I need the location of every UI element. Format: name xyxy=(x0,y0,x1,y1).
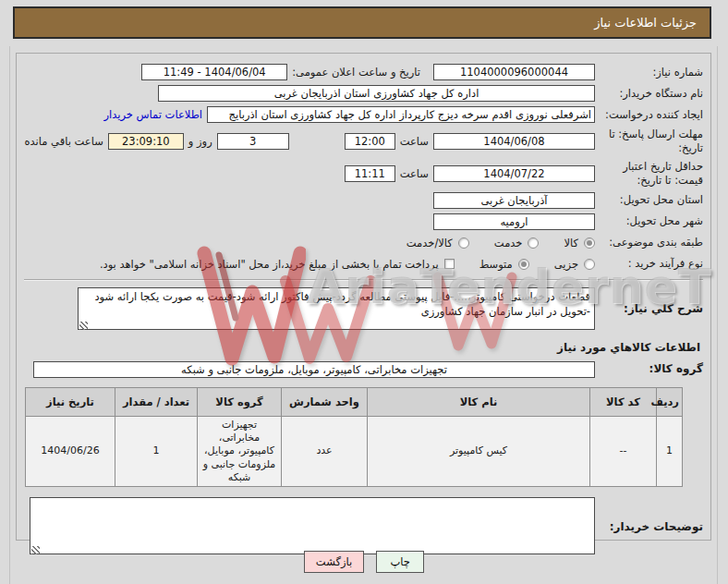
request-creator-field[interactable] xyxy=(207,106,595,123)
cell-need-date: 1404/06/26 xyxy=(26,416,115,486)
col-quantity: تعداد / مقدار xyxy=(115,387,198,416)
process-type-label: نوع فرآیند خرید : xyxy=(600,257,703,271)
price-validity-hour-label: ساعت xyxy=(400,167,429,180)
goods-group-field[interactable] xyxy=(33,361,595,378)
col-goods-group: گروه کالا xyxy=(198,387,282,416)
price-validity-date-field[interactable] xyxy=(433,165,595,182)
row-buyer-notes: توضیحات خریدار: xyxy=(24,497,703,557)
buyer-notes-textarea[interactable] xyxy=(30,497,595,554)
cell-quantity: 1 xyxy=(115,416,198,486)
row-response-deadline: مهلت ارسال پاسخ: تا تاریخ: ساعت روز و سا… xyxy=(24,128,703,155)
response-deadline-hour-label: ساعت xyxy=(400,135,429,148)
buyer-notes-label: توضیحات خریدار: xyxy=(600,520,703,535)
classification-option-service-label: خدمت xyxy=(494,237,523,249)
buyer-notes-wrap xyxy=(30,497,595,557)
goods-group-label: گروه کالا: xyxy=(600,362,703,377)
row-need-number: شماره نیاز: تاریخ و ساعت اعلان عمومی: xyxy=(24,64,703,80)
process-type-option-medium-label: متوسط xyxy=(479,258,513,271)
price-validity-label: حداقل تاریخ اعتبار قیمت: تا تاریخ: xyxy=(600,160,703,188)
province-field[interactable] xyxy=(433,192,595,209)
classification-option-goods-service-label: کالا/خدمت xyxy=(406,237,453,249)
col-goods-code: کد کالا xyxy=(590,387,657,416)
page-title: جزئیات اطلاعات نیاز xyxy=(594,16,697,30)
classification-option-goods-service: کالا/خدمت xyxy=(406,237,469,249)
response-deadline-date-field[interactable] xyxy=(433,133,595,150)
radio-goods-icon[interactable] xyxy=(584,237,595,249)
treasury-payment-option: پرداخت تمام یا بخشی از مبلغ خرید،از محل … xyxy=(100,258,455,271)
remaining-hours-label: ساعت باقي مانده xyxy=(25,135,103,148)
classification-option-service: خدمت xyxy=(494,237,540,249)
row-classification: طبقه بندی موضوعی: کالا خدمت کالا/خدمت xyxy=(24,235,703,251)
page-title-bar: جزئیات اطلاعات نیاز xyxy=(13,6,711,39)
need-details-panel: شماره نیاز: تاریخ و ساعت اعلان عمومی: نا… xyxy=(16,53,711,541)
cell-unit: عدد xyxy=(282,416,368,486)
remaining-hours-field[interactable] xyxy=(108,133,184,150)
radio-service-icon[interactable] xyxy=(528,237,539,249)
col-unit: واحد شمارش xyxy=(282,387,368,416)
cell-row-number: 1 xyxy=(657,416,683,486)
col-need-date: تاریخ نیاز xyxy=(26,387,115,416)
need-number-label: شماره نیاز: xyxy=(600,66,703,79)
cell-goods-name: کیس کامپیوتر xyxy=(368,416,590,486)
classification-option-goods-label: کالا xyxy=(564,237,578,249)
buyer-org-field[interactable] xyxy=(158,85,595,102)
row-goods-group: گروه کالا: xyxy=(24,361,703,378)
treasury-payment-label: پرداخت تمام یا بخشی از مبلغ خرید،از محل … xyxy=(100,258,439,271)
radio-goods-service-icon[interactable] xyxy=(458,237,469,249)
print-button[interactable]: چاپ xyxy=(376,551,424,573)
need-description-wrap: قطعات درخواستی کامپیوتر،....-فایل پیوستی… xyxy=(78,287,595,333)
cell-goods-code: -- xyxy=(590,416,657,486)
buyer-contact-link[interactable]: اطلاعات تماس خریدار xyxy=(103,108,202,121)
price-validity-time-field[interactable] xyxy=(345,165,395,182)
row-city: شهر محل تحویل: xyxy=(24,213,703,230)
buyer-org-label: نام دستگاه خریدار: xyxy=(600,87,703,101)
col-goods-name: نام کالا xyxy=(368,387,590,416)
table-row: 1 -- کیس کامپیوتر عدد تجهیزات مخابراتی، … xyxy=(26,416,683,486)
goods-table: ردیف کد کالا نام کالا واحد شمارش گروه کا… xyxy=(25,387,683,487)
city-field[interactable] xyxy=(433,213,595,230)
remaining-days-field[interactable] xyxy=(217,133,289,150)
cell-goods-group: تجهیزات مخابراتی، کامپیوتر، موبایل، ملزو… xyxy=(198,416,282,486)
announce-datetime-field[interactable] xyxy=(141,64,287,80)
row-price-validity: حداقل تاریخ اعتبار قیمت: تا تاریخ: ساعت xyxy=(24,160,703,188)
action-buttons: چاپ بازگشت xyxy=(0,551,728,573)
response-deadline-time-field[interactable] xyxy=(345,133,395,150)
radio-medium-icon[interactable] xyxy=(518,259,529,270)
request-creator-label: ایجاد کننده درخواست: xyxy=(600,108,703,122)
row-need-description: شرح کلي نیاز: قطعات درخواستی کامپیوتر،..… xyxy=(24,287,703,333)
process-type-option-medium: متوسط xyxy=(479,258,529,271)
process-type-option-partial: جزیی xyxy=(554,258,595,271)
classification-label: طبقه بندی موضوعی: xyxy=(600,236,703,249)
radio-partial-icon[interactable] xyxy=(584,259,595,270)
response-deadline-label: مهلت ارسال پاسخ: تا تاریخ: xyxy=(600,128,703,155)
need-description-label: شرح کلي نیاز: xyxy=(600,302,703,317)
row-buyer-org: نام دستگاه خریدار: xyxy=(24,85,703,102)
row-request-creator: ایجاد کننده درخواست: اطلاعات تماس خریدار xyxy=(24,106,703,123)
row-process-type: نوع فرآیند خرید : جزیی متوسط پرداخت تمام… xyxy=(24,256,703,273)
goods-table-header-row: ردیف کد کالا نام کالا واحد شمارش گروه کا… xyxy=(26,387,683,416)
row-province: استان محل تحویل: xyxy=(24,192,703,209)
section-divider xyxy=(24,279,703,281)
remaining-days-label: روز و xyxy=(188,135,212,148)
goods-section-title: اطلاعات کالاهاي مورد نیاز xyxy=(27,341,700,354)
col-row-number: ردیف xyxy=(657,387,683,416)
announce-datetime-label: تاریخ و ساعت اعلان عمومی: xyxy=(292,66,420,79)
treasury-payment-checkbox[interactable] xyxy=(444,259,455,269)
city-label: شهر محل تحویل: xyxy=(600,214,703,228)
classification-option-goods: کالا xyxy=(564,237,595,249)
process-type-option-partial-label: جزیی xyxy=(554,258,578,271)
province-label: استان محل تحویل: xyxy=(600,193,703,207)
need-number-field[interactable] xyxy=(433,64,595,80)
back-button[interactable]: بازگشت xyxy=(304,551,364,573)
need-description-textarea[interactable]: قطعات درخواستی کامپیوتر،....-فایل پیوستی… xyxy=(78,287,595,330)
